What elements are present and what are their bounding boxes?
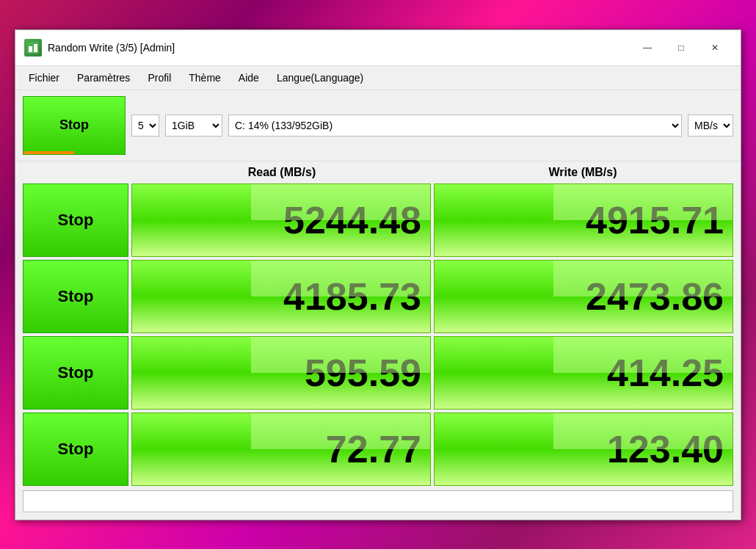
menu-item-aide[interactable]: Aide: [231, 69, 266, 87]
stop-button-row2[interactable]: Stop: [23, 260, 128, 333]
table-row: Stop 72.77 123.40: [23, 412, 733, 486]
title-bar: Random Write (3/5) [Admin] — □ ✕: [15, 30, 741, 66]
size-dropdown[interactable]: 1GiB 512MiB 2GiB: [166, 115, 222, 136]
drive-dropdown[interactable]: C: 14% (133/952GiB): [229, 115, 681, 136]
status-bar: [23, 490, 733, 512]
window-title: Random Write (3/5) [Admin]: [48, 42, 630, 54]
menu-item-profil[interactable]: Profil: [140, 69, 178, 87]
write-cell-row2: 2473.86: [434, 260, 733, 333]
toolbar: Stop 5 1 3 9 1GiB 512MiB 2GiB C: 14: [15, 90, 741, 161]
data-grid: Stop 5244.48 4915.71 Stop 4185.73 2473.8…: [23, 183, 733, 486]
window-controls: — □ ✕: [630, 36, 732, 59]
svg-rect-1: [29, 46, 32, 52]
table-row: Stop 4185.73 2473.86: [23, 260, 733, 333]
menu-item-fichier[interactable]: Fichier: [21, 69, 67, 87]
read-cell-row2: 4185.73: [131, 260, 431, 333]
unit-dropdown[interactable]: MB/s GB/s: [688, 115, 733, 136]
main-stop-button[interactable]: Stop: [23, 96, 126, 155]
menu-item-param-tres[interactable]: Paramètres: [70, 69, 137, 87]
count-select[interactable]: 5 1 3 9: [131, 114, 159, 137]
app-icon: [24, 39, 42, 57]
stop-button-row3[interactable]: Stop: [23, 336, 128, 410]
write-cell-row1: 4915.71: [434, 183, 733, 257]
write-header: Write (MB/s): [432, 161, 733, 183]
minimize-button[interactable]: —: [630, 36, 664, 59]
menu-bar: FichierParamètresProfilThèmeAideLangue(L…: [15, 66, 741, 90]
table-row: Stop 595.59 414.25: [23, 336, 733, 410]
svg-rect-2: [34, 44, 37, 52]
header-spacer: [23, 161, 131, 183]
read-header: Read (MB/s): [131, 161, 432, 183]
stop-button-row4[interactable]: Stop: [23, 412, 128, 486]
table-row: Stop 5244.48 4915.71: [23, 183, 733, 257]
app-window: Random Write (3/5) [Admin] — □ ✕ Fichier…: [15, 29, 741, 520]
count-dropdown[interactable]: 5 1 3 9: [132, 115, 159, 136]
column-headers: Read (MB/s) Write (MB/s): [23, 161, 733, 183]
main-content: Read (MB/s) Write (MB/s) Stop 5244.48 49…: [15, 161, 741, 520]
unit-select[interactable]: MB/s GB/s: [688, 114, 733, 137]
drive-select[interactable]: C: 14% (133/952GiB): [228, 114, 682, 137]
toolbar-controls: 5 1 3 9 1GiB 512MiB 2GiB C: 14% (133/952…: [131, 114, 733, 137]
maximize-button[interactable]: □: [664, 36, 698, 59]
menu-item-langue-language-[interactable]: Langue(Language): [269, 69, 371, 87]
read-cell-row3: 595.59: [131, 336, 431, 410]
write-cell-row4: 123.40: [434, 412, 733, 486]
write-cell-row3: 414.25: [434, 336, 733, 410]
read-cell-row1: 5244.48: [131, 183, 431, 257]
stop-button-row1[interactable]: Stop: [23, 183, 128, 257]
menu-item-th-me[interactable]: Thème: [181, 69, 228, 87]
close-button[interactable]: ✕: [698, 36, 732, 59]
read-cell-row4: 72.77: [131, 412, 431, 486]
size-select[interactable]: 1GiB 512MiB 2GiB: [165, 114, 222, 137]
